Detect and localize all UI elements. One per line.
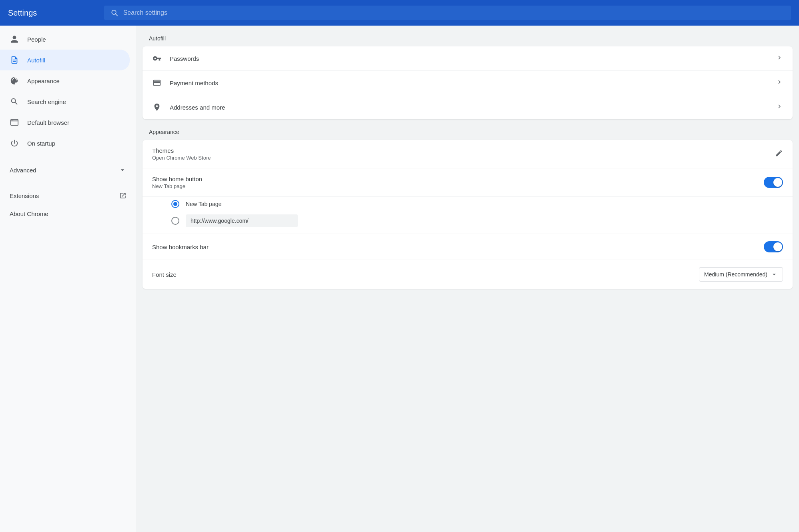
main-layout: People Autofill Appearance Search engine (0, 26, 799, 532)
sidebar-item-default-browser[interactable]: Default browser (0, 112, 130, 133)
new-tab-radio-option[interactable]: New Tab page (171, 200, 783, 208)
sidebar-item-on-startup[interactable]: On startup (0, 133, 130, 154)
about-chrome-label: About Chrome (10, 210, 126, 217)
new-tab-radio-circle[interactable] (171, 200, 179, 208)
passwords-arrow (776, 54, 783, 63)
custom-url-input[interactable] (186, 214, 298, 227)
show-bookmarks-bar-title: Show bookmarks bar (152, 244, 756, 250)
custom-url-radio-option[interactable] (171, 214, 783, 227)
sidebar-divider (0, 157, 136, 157)
font-size-dropdown-icon (771, 271, 778, 278)
addresses-arrow (776, 103, 783, 112)
search-engine-icon (10, 97, 19, 106)
autofill-section: Autofill Passwords Payment methods (136, 35, 799, 119)
sidebar-item-people[interactable]: People (0, 29, 130, 50)
themes-text: Themes Open Chrome Web Store (152, 147, 767, 161)
font-size-row: Font size Medium (Recommended) (143, 260, 793, 289)
passwords-row[interactable]: Passwords (143, 46, 793, 71)
show-bookmarks-bar-row: Show bookmarks bar (143, 234, 793, 260)
sidebar-item-appearance-label: Appearance (27, 78, 60, 84)
sidebar: People Autofill Appearance Search engine (0, 26, 136, 532)
person-icon (10, 34, 19, 44)
addresses-label: Addresses and more (170, 104, 768, 111)
sidebar-item-extensions[interactable]: Extensions (0, 186, 136, 205)
sidebar-item-search-engine[interactable]: Search engine (0, 91, 130, 112)
key-icon (152, 54, 162, 63)
themes-row[interactable]: Themes Open Chrome Web Store (143, 140, 793, 168)
sidebar-divider-2 (0, 183, 136, 183)
home-button-radio-group: New Tab page (143, 197, 793, 234)
themes-subtitle: Open Chrome Web Store (152, 155, 767, 161)
autofill-section-title: Autofill (136, 35, 799, 46)
svg-point-5 (12, 120, 13, 121)
payment-arrow (776, 78, 783, 88)
sidebar-item-autofill[interactable]: Autofill (0, 50, 130, 70)
chevron-down-icon (118, 166, 126, 174)
location-icon (152, 102, 162, 112)
font-size-title: Font size (152, 271, 691, 278)
header: Settings (0, 0, 799, 26)
external-link-icon (119, 192, 126, 199)
sidebar-item-appearance[interactable]: Appearance (0, 70, 130, 91)
payment-methods-row[interactable]: Payment methods (143, 71, 793, 95)
default-browser-icon (10, 118, 19, 127)
appearance-section: Appearance Themes Open Chrome Web Store … (136, 129, 799, 289)
new-tab-radio-label: New Tab page (186, 201, 221, 207)
show-home-button-title: Show home button (152, 176, 756, 182)
font-size-select[interactable]: Medium (Recommended) (699, 267, 783, 282)
extensions-label: Extensions (10, 192, 116, 199)
search-bar (104, 6, 791, 20)
page-title: Settings (8, 8, 96, 18)
appearance-section-title: Appearance (136, 129, 799, 140)
sidebar-item-search-engine-label: Search engine (27, 98, 66, 105)
toggle-slider (764, 177, 783, 188)
show-bookmarks-bar-text: Show bookmarks bar (152, 244, 756, 250)
advanced-label: Advanced (10, 167, 118, 174)
autofill-card: Passwords Payment methods (143, 46, 793, 119)
show-bookmarks-bar-toggle[interactable] (764, 241, 783, 252)
svg-line-1 (116, 14, 117, 16)
themes-title: Themes (152, 147, 767, 154)
themes-edit-icon (775, 149, 783, 159)
custom-url-radio-circle[interactable] (171, 217, 179, 225)
search-icon (110, 9, 118, 17)
font-size-value: Medium (Recommended) (704, 271, 767, 278)
show-home-button-row: Show home button New Tab page (143, 168, 793, 197)
palette-icon (10, 76, 19, 86)
payment-methods-label: Payment methods (170, 80, 768, 86)
power-icon (10, 138, 19, 148)
addresses-row[interactable]: Addresses and more (143, 95, 793, 119)
appearance-card: Themes Open Chrome Web Store Show home b… (143, 140, 793, 289)
autofill-icon (10, 55, 19, 65)
show-home-button-text: Show home button New Tab page (152, 176, 756, 189)
sidebar-item-default-browser-label: Default browser (27, 119, 69, 126)
content-area: Autofill Passwords Payment methods (136, 26, 799, 532)
sidebar-item-people-label: People (27, 36, 46, 43)
credit-card-icon (152, 78, 162, 88)
sidebar-item-autofill-label: Autofill (27, 57, 45, 64)
svg-point-4 (12, 120, 12, 121)
search-input[interactable] (123, 9, 785, 16)
bookmarks-toggle-slider (764, 241, 783, 252)
show-home-button-subtitle: New Tab page (152, 183, 756, 189)
show-home-button-toggle[interactable] (764, 177, 783, 188)
sidebar-item-on-startup-label: On startup (27, 140, 55, 147)
passwords-label: Passwords (170, 55, 768, 62)
sidebar-advanced[interactable]: Advanced (0, 160, 136, 180)
sidebar-item-about-chrome[interactable]: About Chrome (0, 205, 136, 223)
